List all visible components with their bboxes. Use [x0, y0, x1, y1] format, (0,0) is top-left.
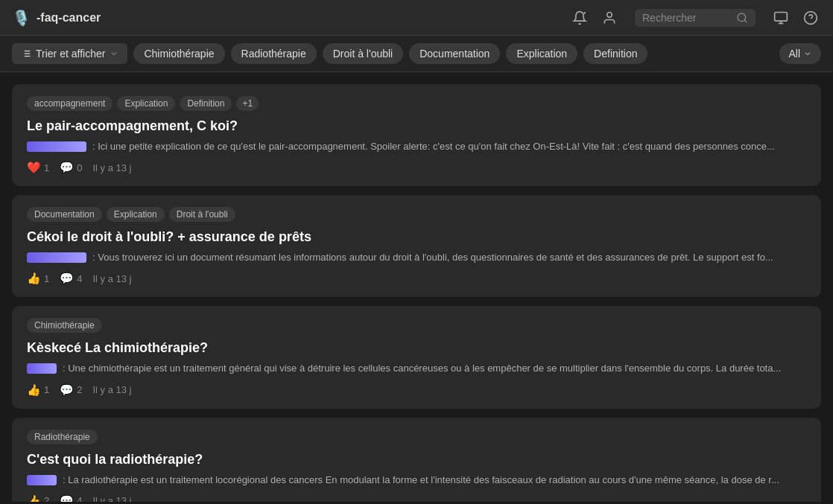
comment-icon: 💬 — [60, 383, 74, 397]
post-preview: : Ici une petite explication de ce qu'es… — [27, 140, 806, 153]
likes-count: 2 — [44, 495, 49, 502]
likes-item: ❤️ 1 — [27, 161, 49, 174]
comments-count: 2 — [77, 384, 82, 395]
post-preview-text: : Une chimiothérapie est un traitement g… — [63, 362, 781, 375]
comments-count: 4 — [77, 273, 82, 284]
post-preview: : Vous trouverez ici un document résuman… — [27, 251, 806, 264]
author-bar — [27, 475, 57, 485]
post-tag: accompagnement — [27, 96, 113, 111]
comments-item: 💬 4 — [60, 494, 82, 502]
filter-explication[interactable]: Explication — [506, 43, 577, 64]
post-tag: Chimiothérapie — [27, 318, 102, 333]
post-title: C'est quoi la radiothérapie? — [27, 452, 806, 468]
svg-line-4 — [744, 20, 747, 22]
svg-rect-5 — [775, 12, 788, 21]
author-bar — [27, 141, 86, 152]
thumbs-up-icon: 👍 — [27, 494, 41, 502]
post-meta: ❤️ 1 💬 0 Il y a 13 j — [27, 161, 806, 174]
comment-icon: 💬 — [60, 494, 74, 502]
help-icon[interactable] — [800, 7, 821, 28]
comments-count: 0 — [77, 162, 82, 173]
post-tags: Radiothérapie — [27, 430, 806, 444]
filter-definition[interactable]: Definition — [583, 43, 647, 64]
post-tag: Definition — [180, 96, 232, 111]
search-icon — [736, 12, 748, 24]
svg-point-3 — [738, 13, 746, 22]
search-container[interactable] — [635, 9, 756, 27]
filter-documentation[interactable]: Documentation — [409, 43, 500, 64]
logo[interactable]: 🎙️ -faq-cancer — [12, 9, 101, 27]
post-time: Il y a 13 j — [92, 273, 131, 284]
svg-line-1 — [584, 12, 586, 13]
svg-point-2 — [607, 12, 612, 17]
comments-item: 💬 4 — [60, 272, 82, 285]
filter-all-button[interactable]: All — [779, 43, 821, 64]
post-preview: : La radiothérapie est un traitement loc… — [27, 473, 806, 487]
post-time: Il y a 13 j — [92, 384, 131, 395]
post-meta: 👍 2 💬 4 Il y a 13 j — [27, 494, 806, 502]
thumbs-up-icon: 👍 — [27, 383, 41, 397]
post-tags: accompagnement Explication Definition +1 — [27, 96, 806, 111]
post-card[interactable]: Chimiothérapie Kèskecé La chimiothérapie… — [12, 306, 821, 408]
post-preview-text: : La radiothérapie est un traitement loc… — [63, 473, 779, 487]
author-bar — [27, 252, 86, 263]
post-tag: Documentation — [27, 207, 102, 222]
sort-icon — [21, 48, 31, 59]
author-bar — [27, 363, 57, 374]
post-title: Kèskecé La chimiothérapie? — [27, 340, 806, 356]
display-icon[interactable] — [770, 7, 791, 28]
header-icons — [569, 7, 821, 28]
post-time: Il y a 13 j — [92, 495, 131, 502]
filter-droit-oubli[interactable]: Droit à l'oubli — [323, 43, 404, 64]
post-card[interactable]: Radiothérapie C'est quoi la radiothérapi… — [12, 418, 821, 502]
post-meta: 👍 1 💬 4 Il y a 13 j — [27, 272, 806, 285]
post-title: Le pair-accompagnement, C koi? — [27, 118, 806, 134]
sort-label: Trier et afficher — [36, 48, 105, 60]
post-card[interactable]: Documentation Explication Droit à l'oubl… — [12, 195, 821, 297]
filter-bar: Trier et afficher Chimiothérapie Radioth… — [0, 36, 833, 72]
post-card[interactable]: accompagnement Explication Definition +1… — [12, 84, 821, 186]
post-tags: Chimiothérapie — [27, 318, 806, 333]
post-tag: Explication — [107, 207, 165, 222]
all-label: All — [788, 48, 800, 60]
post-title: Cékoi le droit à l'oubli? + assurance de… — [27, 229, 806, 245]
post-tag: Explication — [117, 96, 175, 111]
comments-count: 4 — [77, 495, 82, 502]
likes-item: 👍 1 — [27, 383, 49, 397]
notification-icon[interactable] — [569, 7, 590, 28]
likes-count: 1 — [44, 384, 49, 395]
heart-icon: ❤️ — [27, 161, 41, 174]
likes-count: 1 — [44, 273, 49, 284]
posts-list: accompagnement Explication Definition +1… — [0, 72, 833, 502]
logo-icon: 🎙️ — [12, 9, 31, 27]
comments-item: 💬 2 — [60, 383, 82, 397]
post-tags: Documentation Explication Droit à l'oubl… — [27, 207, 806, 222]
post-preview: : Une chimiothérapie est un traitement g… — [27, 362, 806, 375]
sort-button[interactable]: Trier et afficher — [12, 43, 127, 64]
header: 🎙️ -faq-cancer — [0, 0, 833, 36]
filter-radiotherapie[interactable]: Radiothérapie — [231, 43, 317, 64]
post-tag-plus: +1 — [236, 96, 259, 111]
post-tag: Droit à l'oubli — [169, 207, 235, 222]
post-preview-text: : Ici une petite explication de ce qu'es… — [92, 140, 775, 153]
comment-icon: 💬 — [60, 161, 74, 174]
post-meta: 👍 1 💬 2 Il y a 13 j — [27, 383, 806, 397]
post-time: Il y a 13 j — [92, 162, 131, 173]
all-chevron-icon — [803, 49, 812, 58]
post-tag: Radiothérapie — [27, 430, 98, 444]
profile-icon[interactable] — [599, 7, 620, 28]
filter-chimiotherapie[interactable]: Chimiothérapie — [133, 43, 224, 64]
logo-text: -faq-cancer — [37, 11, 101, 25]
likes-item: 👍 2 — [27, 494, 49, 502]
comments-item: 💬 0 — [60, 161, 82, 174]
likes-item: 👍 1 — [27, 272, 49, 285]
thumbs-up-icon: 👍 — [27, 272, 41, 285]
search-input[interactable] — [642, 12, 732, 24]
comment-icon: 💬 — [60, 272, 74, 285]
chevron-down-icon — [110, 49, 118, 58]
post-preview-text: : Vous trouverez ici un document résuman… — [92, 251, 773, 264]
likes-count: 1 — [44, 162, 49, 173]
